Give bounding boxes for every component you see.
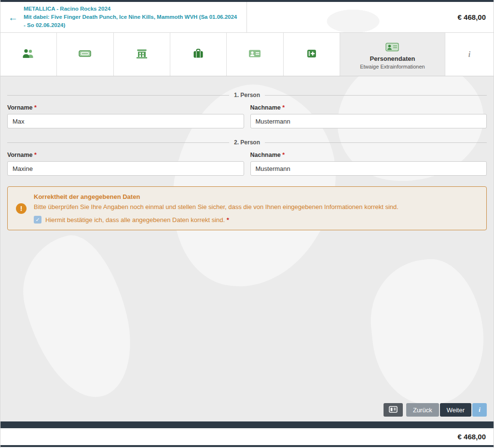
nachname-1-input[interactable] <box>250 114 487 128</box>
navigation-actions: Zurück Weiter i <box>384 403 487 417</box>
nachname-2-input[interactable] <box>250 161 487 176</box>
bottom-strip <box>0 445 494 447</box>
info-button[interactable]: i <box>472 403 487 417</box>
divider-line <box>265 142 487 143</box>
booking-page: ← METALLICA - Racino Rocks 2024 Mit dabe… <box>0 0 494 448</box>
section-title: 1. Person <box>234 92 260 98</box>
step-hotel[interactable] <box>114 33 170 76</box>
field-label: Vorname * <box>7 152 244 158</box>
map-watermark <box>11 226 144 409</box>
fields-row-person-2: Vorname * Nachname * <box>7 152 487 176</box>
label-text: Vorname <box>7 104 33 111</box>
label-text: Nachname <box>250 104 281 111</box>
overview-icon <box>389 406 398 414</box>
active-step-sublabel: Etwaige Extrainformationen <box>360 64 425 70</box>
header-price-block: € 468,00 <box>247 2 494 32</box>
personal-data-icon <box>385 42 399 54</box>
notice-body: Bitte überprüfen Sie Ihre Angaben noch e… <box>34 203 478 210</box>
ticket-icon <box>79 49 91 60</box>
card-plus-icon <box>306 49 317 60</box>
header-price: € 468,00 <box>458 13 486 21</box>
footer: € 468,00 <box>0 428 494 445</box>
vorname-2-input[interactable] <box>7 161 244 176</box>
fields-row-person-1: Vorname * Nachname * <box>7 104 487 128</box>
footer-price: € 468,00 <box>458 433 486 441</box>
confirmation-label-text: Hiermit bestätige ich, dass alle angegeb… <box>45 216 225 224</box>
back-button[interactable]: Zurück <box>406 403 439 417</box>
section-divider-person-2: 2. Person <box>7 139 487 146</box>
confirmation-checkbox[interactable]: ✓ <box>34 216 41 224</box>
header: ← METALLICA - Racino Rocks 2024 Mit dabe… <box>0 2 494 33</box>
required-asterisk: * <box>282 104 285 111</box>
section-divider-person-1: 1. Person <box>7 92 487 98</box>
field-label: Vorname * <box>7 104 244 111</box>
main-content: 1. Person Vorname * Nachname * <box>0 76 494 421</box>
footer-divider-strip <box>0 421 494 428</box>
section-title: 2. Person <box>234 139 260 146</box>
step-navigation: Personendaten Etwaige Extrainformationen… <box>0 33 494 76</box>
label-text: Vorname <box>7 152 33 158</box>
event-titles: METALLICA - Racino Rocks 2024 Mit dabei:… <box>24 5 240 30</box>
map-watermark <box>365 254 490 410</box>
required-asterisk: * <box>34 104 37 111</box>
required-asterisk: * <box>227 216 229 224</box>
id-card-icon <box>248 49 261 60</box>
back-arrow-icon[interactable]: ← <box>8 13 18 22</box>
data-correctness-notice: ! Korrektheit der angegebenen Daten Bitt… <box>7 186 487 230</box>
header-event-block: ← METALLICA - Racino Rocks 2024 Mit dabe… <box>0 2 247 32</box>
step-tickets[interactable] <box>57 33 113 76</box>
divider-line <box>265 95 487 96</box>
field-vorname-1: Vorname * <box>7 104 244 128</box>
event-title: METALLICA - Racino Rocks 2024 <box>24 5 240 13</box>
step-participants[interactable] <box>0 33 57 76</box>
active-step-label: Personendaten <box>370 55 415 62</box>
notice-title: Korrektheit der angegebenen Daten <box>34 193 478 200</box>
info-icon: i <box>468 50 470 59</box>
vorname-1-input[interactable] <box>7 114 244 128</box>
overview-button[interactable] <box>384 403 403 417</box>
people-icon <box>22 49 35 60</box>
label-text: Nachname <box>250 152 281 158</box>
field-nachname-1: Nachname * <box>250 104 487 128</box>
person-form: 1. Person Vorname * Nachname * <box>0 92 494 230</box>
step-luggage[interactable] <box>170 33 227 76</box>
step-extras[interactable] <box>284 33 340 76</box>
required-asterisk: * <box>282 152 285 158</box>
field-nachname-2: Nachname * <box>250 152 487 176</box>
suitcase-icon <box>193 49 204 60</box>
confirmation-row: ✓ Hiermit bestätige ich, dass alle angeg… <box>34 216 478 224</box>
step-info[interactable]: i <box>445 33 494 76</box>
step-personal-data-active[interactable]: Personendaten Etwaige Extrainformationen <box>340 33 445 76</box>
divider-line <box>7 142 229 143</box>
divider-line <box>7 95 229 96</box>
step-id-card[interactable] <box>227 33 283 76</box>
event-subtitle: Mit dabei: Five Finger Death Punch, Ice … <box>24 13 240 30</box>
building-icon <box>136 49 148 60</box>
field-vorname-2: Vorname * <box>7 152 244 176</box>
required-asterisk: * <box>34 152 37 158</box>
confirmation-label: Hiermit bestätige ich, dass alle angegeb… <box>45 216 229 224</box>
next-button[interactable]: Weiter <box>440 403 471 417</box>
field-label: Nachname * <box>250 152 487 158</box>
warning-icon: ! <box>16 203 27 214</box>
field-label: Nachname * <box>250 104 487 111</box>
